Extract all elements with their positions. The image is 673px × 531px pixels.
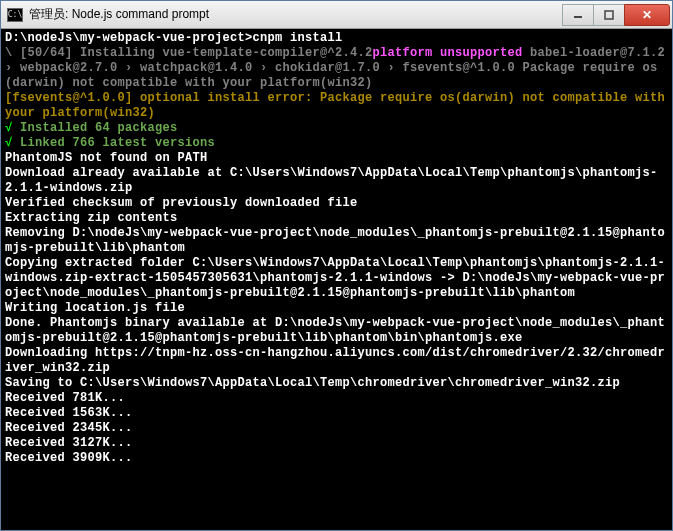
linked-line: Linked 766 latest versions (13, 136, 216, 150)
output-line: Copying extracted folder C:\Users\Window… (5, 256, 665, 300)
installed-line: Installed 64 packages (13, 121, 178, 135)
optional-error: [fsevents@^1.0.0] optional install error… (5, 91, 672, 120)
close-button[interactable]: ✕ (624, 4, 670, 26)
platform-warning: platform unsupported (373, 46, 523, 60)
minimize-button[interactable] (562, 4, 594, 26)
output-line: Received 781K... (5, 391, 125, 405)
output-line: Extracting zip contents (5, 211, 178, 225)
minimize-icon (573, 10, 583, 20)
check-icon: √ (5, 136, 13, 150)
output-line: Writing location.js file (5, 301, 185, 315)
output-line: Downloading https://tnpm-hz.oss-cn-hangz… (5, 346, 665, 375)
close-icon: ✕ (642, 8, 652, 22)
window-title: 管理员: Node.js command prompt (29, 6, 563, 23)
terminal-output[interactable]: D:\nodeJs\my-webpack-vue-project>cnpm in… (1, 29, 672, 530)
maximize-icon (604, 10, 614, 20)
output-line: PhantomJS not found on PATH (5, 151, 208, 165)
window-controls: ✕ (563, 4, 670, 26)
output-line: Removing D:\nodeJs\my-webpack-vue-projec… (5, 226, 665, 255)
output-line: Received 3909K... (5, 451, 133, 465)
prompt-line: D:\nodeJs\my-webpack-vue-project>cnpm in… (5, 31, 343, 45)
check-icon: √ (5, 121, 13, 135)
output-line: Received 3127K... (5, 436, 133, 450)
output-line: Received 2345K... (5, 421, 133, 435)
install-progress: \ [50/64] Installing vue-template-compil… (5, 46, 373, 60)
output-line: Download already available at C:\Users\W… (5, 166, 658, 195)
output-line: Verified checksum of previously download… (5, 196, 358, 210)
output-line: Done. Phantomjs binary available at D:\n… (5, 316, 665, 345)
titlebar[interactable]: C:\ 管理员: Node.js command prompt ✕ (1, 1, 672, 29)
terminal-window: C:\ 管理员: Node.js command prompt ✕ D:\nod… (0, 0, 673, 531)
cmd-icon: C:\ (7, 8, 23, 22)
maximize-button[interactable] (593, 4, 625, 26)
svg-rect-1 (605, 11, 613, 19)
output-line: Received 1563K... (5, 406, 133, 420)
output-line: Saving to C:\Users\Windows7\AppData\Loca… (5, 376, 620, 390)
